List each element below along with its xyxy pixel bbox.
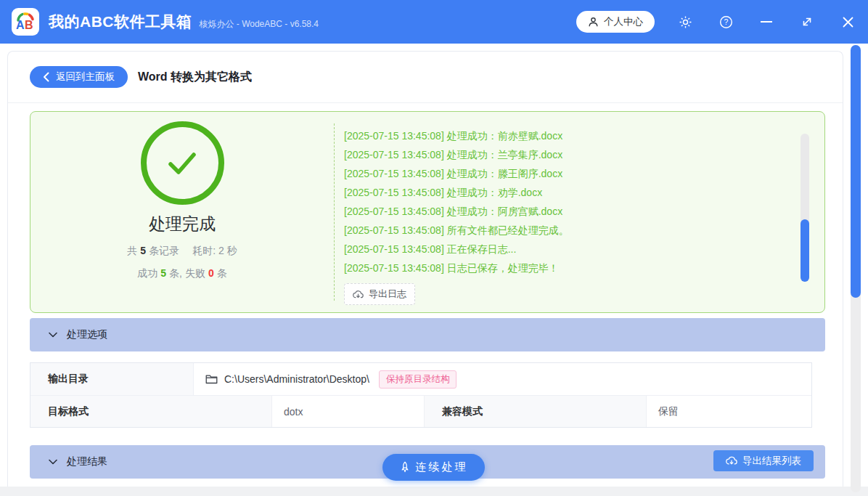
log-scrollbar-thumb[interactable] — [801, 219, 809, 282]
format-options-row: 目标格式 dotx 兼容模式 保留 — [30, 395, 811, 427]
page-header: 返回到主面板 Word 转换为其它格式 — [8, 52, 843, 103]
svg-text:B: B — [25, 19, 33, 31]
output-dir-row: 输出目录 C:\Users\Administrator\Desktop\ 保持原… — [30, 363, 811, 395]
log-line: [2025-07-15 13:45:08] 处理成功：滕王阁序.docx — [344, 164, 774, 183]
titlebar: A B 我的ABC软件工具箱 核烁办公 - WodeABC - v6.58.4 … — [0, 0, 868, 44]
user-center-label: 个人中心 — [604, 15, 643, 28]
status-title: 处理完成 — [149, 213, 216, 235]
chevron-down-icon — [49, 459, 57, 465]
log-scrollbar[interactable] — [801, 134, 809, 282]
export-results-button[interactable]: 导出结果列表 — [713, 450, 814, 471]
bottom-strip — [0, 487, 868, 496]
stats-success-fail: 成功5条, 失败0条 — [137, 267, 226, 280]
download-cloud-icon — [726, 456, 737, 465]
compat-mode-label: 兼容模式 — [425, 396, 647, 427]
app-subtitle: 核烁办公 - WodeABC - v6.58.4 — [200, 18, 319, 31]
log-line: [2025-07-15 13:45:08] 正在保存日志... — [344, 240, 774, 259]
svg-text:?: ? — [724, 18, 728, 26]
page-scrollbar-thumb[interactable] — [851, 45, 861, 298]
rocket-icon — [400, 461, 410, 474]
user-icon — [588, 17, 599, 28]
fail-count: 0 — [208, 267, 214, 279]
target-format-value[interactable]: dotx — [272, 396, 425, 427]
page-title: Word 转换为其它格式 — [138, 70, 252, 85]
log-line: [2025-07-15 13:45:08] 处理成功：前赤壁赋.docx — [344, 126, 774, 145]
output-dir-cell[interactable]: C:\Users\Administrator\Desktop\ 保持原目录结构 — [194, 363, 811, 395]
download-cloud-icon — [353, 290, 364, 299]
close-button[interactable] — [827, 0, 868, 44]
success-count: 5 — [160, 267, 166, 279]
app-logo-icon: A B — [12, 8, 39, 36]
user-center-button[interactable]: 个人中心 — [576, 11, 655, 33]
result-summary: 处理完成 共5条记录耗时: 2 秒 成功5条, 失败0条 — [30, 112, 334, 312]
elapsed-value: 2 秒 — [218, 245, 237, 256]
check-circle-icon — [141, 121, 224, 205]
chevron-down-icon — [49, 332, 57, 338]
result-panel: 处理完成 共5条记录耗时: 2 秒 成功5条, 失败0条 [2025-07-15… — [30, 111, 825, 313]
options-header-label: 处理选项 — [67, 328, 107, 341]
back-chevron-icon — [43, 72, 49, 82]
export-log-label: 导出日志 — [369, 288, 406, 301]
titlebar-actions: 个人中心 ? — [576, 0, 868, 44]
app-window: A B 我的ABC软件工具箱 核烁办公 - WodeABC - v6.58.4 … — [0, 0, 868, 496]
log-line: [2025-07-15 13:45:08] 处理成功：兰亭集序.docx — [344, 145, 774, 164]
export-results-label: 导出结果列表 — [742, 455, 801, 468]
svg-text:A: A — [16, 19, 25, 31]
back-label: 返回到主面板 — [56, 70, 115, 84]
page-scrollbar[interactable] — [851, 45, 861, 492]
options-section-header[interactable]: 处理选项 — [30, 318, 825, 351]
output-dir-label: 输出目录 — [30, 363, 194, 395]
log-list: [2025-07-15 13:45:08] 处理成功：前赤壁赋.docx [20… — [344, 126, 774, 305]
back-to-main-button[interactable]: 返回到主面板 — [30, 66, 128, 88]
main-card: 返回到主面板 Word 转换为其它格式 处理完成 共5条记录耗时: 2 秒 成功… — [7, 51, 843, 487]
options-table: 输出目录 C:\Users\Administrator\Desktop\ 保持原… — [30, 362, 812, 428]
folder-icon — [205, 374, 218, 384]
log-line: [2025-07-15 13:45:08] 处理成功：阿房宫赋.docx — [344, 202, 774, 221]
log-line: [2025-07-15 13:45:08] 所有文件都已经处理完成。 — [344, 221, 774, 240]
log-line: [2025-07-15 13:45:08] 日志已保存，处理完毕！ — [344, 259, 774, 277]
export-log-button[interactable]: 导出日志 — [344, 283, 415, 305]
target-format-label: 目标格式 — [30, 396, 272, 427]
settings-button[interactable] — [665, 0, 705, 44]
panel-divider — [334, 123, 335, 301]
minimize-button[interactable] — [746, 0, 787, 44]
continue-process-button[interactable]: 连续处理 — [382, 454, 485, 481]
output-dir-value: C:\Users\Administrator\Desktop\ — [224, 373, 369, 385]
log-line: [2025-07-15 13:45:08] 处理成功：劝学.docx — [344, 183, 774, 202]
stats-records: 共5条记录耗时: 2 秒 — [127, 245, 237, 258]
app-title: 我的ABC软件工具箱 — [49, 12, 192, 32]
results-header-label: 处理结果 — [67, 455, 107, 468]
keep-structure-tag[interactable]: 保持原目录结构 — [379, 370, 457, 389]
resize-button[interactable] — [787, 0, 827, 44]
continue-label: 连续处理 — [416, 460, 468, 474]
total-count: 5 — [140, 245, 146, 256]
help-button[interactable]: ? — [705, 0, 746, 44]
compat-mode-value[interactable]: 保留 — [647, 396, 811, 427]
